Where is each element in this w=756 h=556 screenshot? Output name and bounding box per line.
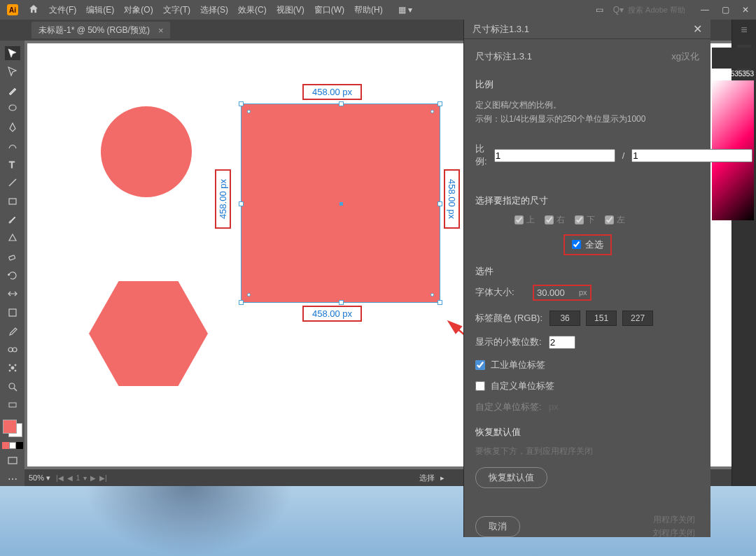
resize-handle[interactable] — [438, 300, 442, 305]
eraser-tool[interactable] — [5, 250, 20, 264]
brush-tool[interactable] — [5, 213, 20, 227]
layout-icon[interactable]: ▦ ▾ — [398, 5, 412, 15]
mini-swatches[interactable] — [2, 442, 23, 449]
free-transform-tool[interactable] — [5, 306, 20, 320]
dimension-label-bottom: 458.00 px — [302, 306, 362, 322]
search-input[interactable] — [628, 6, 691, 14]
menu-view[interactable]: 视图(V) — [276, 4, 304, 16]
menu-help[interactable]: 帮助(H) — [354, 4, 383, 16]
industrial-unit-checkbox[interactable] — [475, 360, 485, 370]
svg-point-12 — [15, 370, 16, 371]
resize-handle[interactable] — [339, 300, 344, 305]
gradient-tool[interactable] — [5, 399, 20, 413]
close-window-button[interactable]: ✕ — [742, 5, 749, 15]
zoom-control[interactable]: 50%▾ — [29, 473, 50, 483]
search-icon[interactable]: Q▾ — [613, 5, 624, 15]
selection-tool[interactable] — [5, 46, 20, 60]
tab-close-icon[interactable]: × — [158, 25, 164, 36]
svg-rect-5 — [9, 309, 16, 316]
document-tab[interactable]: 未标题-1* @ 50% (RGB/预览) × — [31, 22, 170, 38]
dim-left-checkbox[interactable]: 左 — [605, 214, 625, 226]
menu-window[interactable]: 窗口(W) — [314, 4, 344, 16]
dock-menu-icon[interactable]: ≡ — [732, 20, 756, 41]
pen-tool[interactable] — [5, 120, 20, 134]
rectangle-tool[interactable] — [5, 194, 20, 208]
nav-page[interactable]: 1 — [76, 474, 80, 482]
corner-widget[interactable] — [430, 110, 434, 113]
font-size-unit: px — [579, 288, 587, 297]
rgb-g-input[interactable] — [586, 311, 617, 326]
nav-prev[interactable]: ◀ — [67, 474, 73, 482]
resize-handle[interactable] — [239, 201, 244, 206]
status-mode: 选择 — [419, 473, 435, 483]
shaper-tool[interactable] — [5, 231, 20, 245]
corner-widget[interactable] — [247, 293, 251, 297]
rgb-r-input[interactable] — [550, 311, 580, 326]
lasso-tool[interactable] — [5, 102, 20, 116]
restore-defaults-button[interactable]: 恢复默认值 — [475, 467, 547, 488]
custom-unit-chk-label: 自定义单位标签 — [491, 380, 554, 392]
nav-next[interactable]: ▶ — [90, 474, 96, 482]
select-all-checkbox[interactable]: 全选 — [572, 238, 603, 251]
svg-point-11 — [9, 370, 10, 371]
rgb-b-input[interactable] — [622, 311, 653, 326]
blend-tool[interactable] — [5, 343, 20, 357]
restore-section-title: 恢复默认值 — [475, 426, 699, 439]
resize-handle[interactable] — [239, 300, 244, 305]
color-preview[interactable] — [712, 48, 754, 69]
symbol-tool[interactable] — [5, 362, 20, 376]
dim-up-checkbox[interactable]: 上 — [514, 214, 535, 226]
menu-object[interactable]: 对象(O) — [124, 4, 153, 16]
resize-handle[interactable] — [339, 101, 344, 106]
magic-wand-tool[interactable] — [5, 83, 20, 97]
cancel-button[interactable]: 取消 — [475, 516, 520, 537]
menu-effect[interactable]: 效果(C) — [238, 4, 267, 16]
resize-handle[interactable] — [239, 101, 244, 106]
menu-type[interactable]: 文字(T) — [163, 4, 190, 16]
resize-handle[interactable] — [438, 101, 442, 106]
svg-point-0 — [9, 105, 16, 111]
svg-point-6 — [8, 348, 13, 352]
menu-file[interactable]: 文件(F) — [49, 4, 76, 16]
circle-shape[interactable] — [101, 106, 192, 197]
ratio-b-input[interactable] — [631, 149, 752, 162]
menu-edit[interactable]: 编辑(E) — [86, 4, 114, 16]
color-swatches[interactable] — [3, 420, 22, 437]
rotate-tool[interactable] — [5, 269, 20, 283]
svg-rect-4 — [8, 255, 15, 260]
label-color-label: 标签颜色 (RGB): — [475, 312, 542, 325]
custom-unit-input[interactable] — [549, 401, 591, 412]
selected-rectangle[interactable] — [241, 104, 440, 303]
zoom-tool[interactable] — [5, 380, 20, 394]
workspace-icon[interactable]: ▭ — [596, 5, 603, 15]
minimize-button[interactable]: — — [701, 5, 709, 15]
dim-down-checkbox[interactable]: 下 — [575, 214, 595, 226]
ratio-label: 比例: — [475, 143, 487, 168]
svg-line-14 — [14, 388, 17, 391]
nav-last[interactable]: ▶| — [99, 474, 107, 482]
panel-close-icon[interactable]: ✕ — [693, 22, 702, 36]
corner-widget[interactable] — [247, 110, 251, 113]
hexagon-shape[interactable] — [89, 281, 208, 386]
maximize-button[interactable]: ▢ — [722, 5, 729, 15]
line-tool[interactable] — [5, 176, 20, 190]
decimals-input[interactable] — [549, 336, 575, 349]
font-size-input[interactable] — [537, 287, 576, 298]
panel-credit: xg汉化 — [671, 50, 699, 63]
menu-select[interactable]: 选择(S) — [200, 4, 228, 16]
nav-first[interactable]: |◀ — [56, 474, 64, 482]
ratio-a-input[interactable] — [494, 149, 615, 162]
dimension-label-right: 458.00 px — [444, 169, 460, 229]
eyedropper-tool[interactable] — [5, 325, 20, 338]
curvature-tool[interactable] — [5, 139, 20, 153]
type-tool[interactable]: T — [5, 157, 20, 171]
direct-selection-tool[interactable] — [5, 65, 20, 79]
corner-widget[interactable] — [430, 293, 434, 297]
resize-handle[interactable] — [438, 201, 442, 206]
dim-right-checkbox[interactable]: 右 — [545, 214, 565, 226]
width-tool[interactable] — [5, 287, 20, 301]
edit-toolbar[interactable]: ⋯ — [5, 472, 20, 486]
custom-unit-checkbox[interactable] — [475, 381, 485, 391]
home-icon[interactable] — [28, 3, 39, 17]
screen-mode-tool[interactable] — [5, 454, 20, 468]
